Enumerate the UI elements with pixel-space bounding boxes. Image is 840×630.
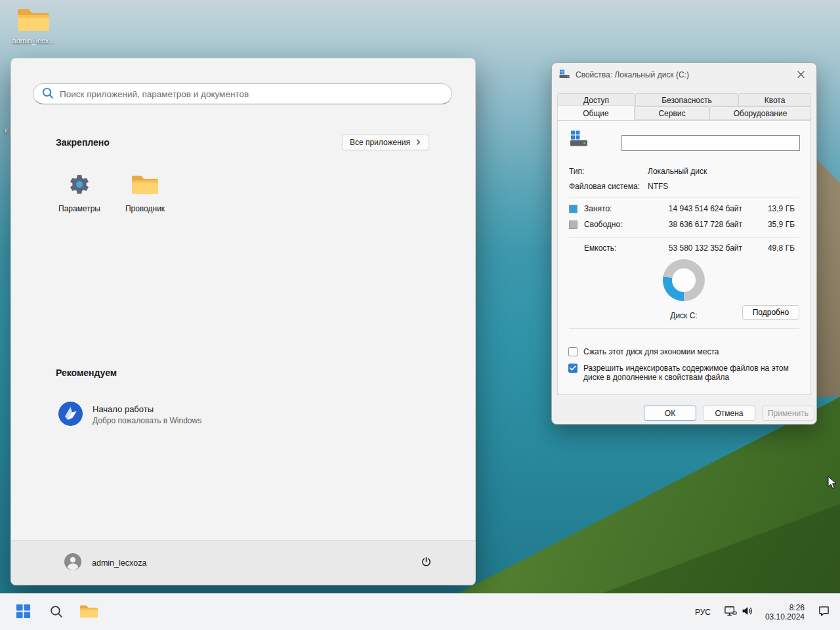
- system-tray[interactable]: [721, 602, 756, 622]
- disk-chart-label: Диск C:: [651, 311, 717, 320]
- disk-properties-dialog: Свойства: Локальный диск (C:) Доступ Без…: [551, 62, 817, 425]
- folder-icon: [18, 24, 49, 35]
- apply-button[interactable]: Применить: [762, 406, 814, 421]
- all-apps-button[interactable]: Все приложения: [342, 135, 429, 150]
- used-size: 13,9 ГБ: [768, 204, 795, 213]
- pinned-app-label: Проводник: [125, 204, 165, 213]
- tab-hardware[interactable]: Оборудование: [709, 106, 811, 120]
- check-icon: [570, 364, 576, 373]
- power-button[interactable]: [413, 551, 438, 576]
- recommended-item-get-started[interactable]: Начало работы Добро пожаловать в Windows: [52, 396, 268, 434]
- tab-access[interactable]: Доступ: [557, 93, 635, 106]
- notification-icon: [818, 605, 830, 619]
- recommended-section-title: Рекомендуем: [56, 368, 117, 378]
- free-space-swatch: [569, 220, 578, 229]
- details-button[interactable]: Подробно: [742, 305, 799, 320]
- windows-logo-icon: [16, 604, 31, 621]
- drive-icon: [559, 69, 570, 81]
- recommended-item-title: Начало работы: [93, 404, 201, 414]
- user-name: admin_lecxoza: [92, 558, 146, 568]
- settings-gear-icon: [68, 173, 91, 198]
- capacity-size: 49,8 ГБ: [768, 243, 795, 253]
- tab-general[interactable]: Общие: [557, 105, 635, 120]
- filesystem-label: Файловая система:: [569, 182, 640, 191]
- tab-security[interactable]: Безопасность: [635, 93, 738, 106]
- cancel-button[interactable]: Отмена: [703, 406, 755, 421]
- pinned-apps-grid: Параметры Проводник: [47, 162, 178, 224]
- recommended-item-subtitle: Добро пожаловать в Windows: [93, 416, 201, 425]
- capacity-bytes: 53 580 132 352 байт: [669, 243, 742, 253]
- avatar: [64, 553, 81, 573]
- close-icon: [797, 70, 805, 80]
- language-indicator[interactable]: РУС: [690, 604, 716, 621]
- volume-icon: [741, 605, 753, 620]
- network-icon: [724, 605, 737, 620]
- type-value: Локальный диск: [648, 167, 707, 176]
- clock-date: 03.10.2024: [765, 612, 805, 621]
- divider: [569, 198, 799, 198]
- clock-time: 8:26: [765, 603, 805, 612]
- donut-hole: [672, 268, 696, 292]
- tab-tools[interactable]: Сервис: [635, 106, 709, 120]
- pinned-app-settings[interactable]: Параметры: [47, 162, 112, 224]
- general-tab-panel: Тип: Локальный диск Файловая система: NT…: [557, 120, 811, 395]
- volume-label-input[interactable]: [621, 135, 800, 151]
- capacity-label: Емкость:: [584, 243, 616, 253]
- index-checkbox-row[interactable]: Разрешить индексировать содержимое файло…: [568, 364, 801, 382]
- used-bytes: 14 943 514 624 байт: [669, 204, 742, 213]
- compress-checkbox-row[interactable]: Сжать этот диск для экономии места: [568, 347, 801, 356]
- tab-strip: Доступ Безопасность Квота Общие Сервис О…: [557, 93, 811, 120]
- chevron-right-icon: [415, 138, 421, 147]
- compress-checkbox[interactable]: [568, 347, 578, 356]
- disk-usage-donut: [663, 259, 705, 301]
- drive-icon-large: [570, 130, 588, 147]
- pinned-app-label: Параметры: [58, 204, 100, 213]
- user-profile-button[interactable]: admin_lecxoza: [60, 551, 150, 576]
- all-apps-label: Все приложения: [350, 138, 410, 147]
- filesystem-value: NTFS: [648, 182, 668, 191]
- notification-center-button[interactable]: [814, 599, 833, 625]
- type-label: Тип:: [569, 167, 584, 176]
- desktop-icon-admin-folder[interactable]: admin_lecx...: [8, 7, 59, 45]
- taskbar-explorer-button[interactable]: [74, 598, 103, 627]
- partial-desktop-icon-label: к: [5, 126, 8, 134]
- free-bytes: 38 636 617 728 байт: [669, 220, 742, 229]
- dialog-title-bar[interactable]: Свойства: Локальный диск (C:): [552, 63, 816, 87]
- pinned-section-title: Закреплено: [56, 137, 110, 148]
- pinned-app-explorer[interactable]: Проводник: [112, 162, 178, 224]
- folder-icon: [80, 604, 98, 621]
- divider: [569, 328, 799, 329]
- used-label: Занято:: [584, 204, 612, 213]
- search-box[interactable]: [33, 83, 452, 104]
- search-icon: [41, 87, 54, 102]
- compress-checkbox-label: Сжать этот диск для экономии места: [583, 347, 719, 356]
- index-checkbox-label: Разрешить индексировать содержимое файло…: [583, 364, 801, 382]
- start-menu: Закреплено Все приложения Параметры: [10, 58, 476, 585]
- start-button[interactable]: [9, 598, 37, 627]
- desktop-icon-label: admin_lecx...: [8, 37, 59, 45]
- dialog-title: Свойства: Локальный диск (C:): [576, 70, 784, 79]
- folder-icon: [132, 173, 158, 198]
- search-input[interactable]: [60, 89, 444, 99]
- free-size: 35,9 ГБ: [768, 220, 795, 229]
- power-icon: [420, 556, 432, 570]
- start-menu-user-bar: admin_lecxoza: [11, 540, 475, 585]
- search-icon: [49, 604, 63, 620]
- close-button[interactable]: [789, 66, 812, 83]
- get-started-icon: [58, 402, 83, 429]
- free-label: Свободно:: [584, 220, 623, 229]
- taskbar: РУС 8:26 03.10.2024: [0, 593, 840, 630]
- clock[interactable]: 8:26 03.10.2024: [761, 600, 808, 624]
- taskbar-search-button[interactable]: [41, 598, 70, 627]
- ok-button[interactable]: ОК: [644, 406, 696, 421]
- tab-quota[interactable]: Квота: [738, 93, 811, 106]
- index-checkbox[interactable]: [568, 364, 578, 373]
- divider: [569, 237, 799, 238]
- used-space-swatch: [569, 205, 578, 213]
